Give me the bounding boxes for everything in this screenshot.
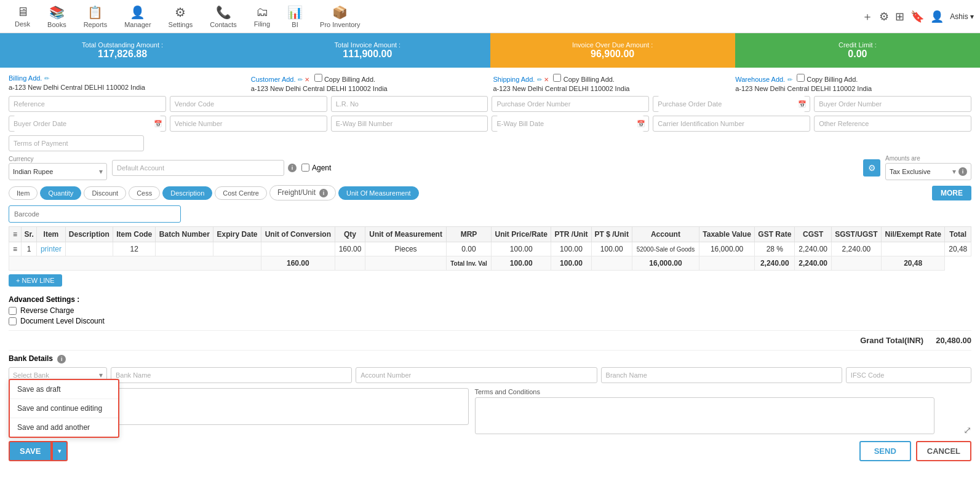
nav-bi[interactable]: 📊 BI <box>279 1 311 32</box>
cancel-button[interactable]: CANCEL <box>916 441 971 461</box>
billing-edit-icon[interactable]: ✏ <box>44 75 49 82</box>
customer-copy-check[interactable] <box>314 74 322 82</box>
warehouse-add-link[interactable]: Warehouse Add. <box>735 76 785 83</box>
send-button[interactable]: SEND <box>859 441 911 461</box>
reverse-charge-checkbox[interactable] <box>9 307 17 315</box>
branch-name-input[interactable] <box>601 367 842 383</box>
row-nil-exempt <box>881 242 945 256</box>
vendor-code-input[interactable] <box>170 96 327 112</box>
other-reference-input[interactable] <box>814 116 971 132</box>
customer-edit-icon[interactable]: ✏ <box>298 76 303 83</box>
row-qty[interactable]: 160.00 <box>335 242 365 256</box>
advanced-title: Advanced Settings : <box>9 295 971 304</box>
warehouse-edit-icon[interactable]: ✏ <box>787 76 792 83</box>
warehouse-copy-check[interactable] <box>797 74 805 82</box>
shipping-add-link[interactable]: Shipping Add. <box>493 76 535 83</box>
amounts-info-icon[interactable]: i <box>958 167 967 176</box>
save-another-item[interactable]: Save and add another <box>10 418 118 437</box>
agent-checkbox[interactable] <box>301 164 309 172</box>
row-account[interactable]: 52000-Sale of Goods <box>632 242 699 256</box>
shipping-copy-check[interactable] <box>553 74 561 82</box>
buyer-order-date-input[interactable] <box>14 116 161 132</box>
grid-icon[interactable]: ⊞ <box>895 10 904 23</box>
nav-right: ＋ ⚙ ⊞ 🔖 👤 Ashis ▾ <box>862 9 974 24</box>
col-item: Item <box>37 227 65 242</box>
amounts-are-label: Amounts are <box>885 155 971 162</box>
bank-name-input[interactable] <box>111 367 352 383</box>
nav-settings[interactable]: ⚙ Settings <box>160 1 202 32</box>
gear-icon[interactable]: ⚙ <box>879 10 889 23</box>
purchase-order-number-input[interactable] <box>492 96 649 112</box>
tab-cost-centre[interactable]: Cost Centre <box>215 186 267 200</box>
nav-filing[interactable]: 🗂 Filing <box>245 1 279 31</box>
tab-quantity[interactable]: Quantity <box>40 186 81 200</box>
books-icon: 📚 <box>49 5 65 20</box>
gear-float-btn[interactable]: ⚙ <box>863 159 880 177</box>
freight-info-icon[interactable]: i <box>319 189 328 197</box>
customer-add-link[interactable]: Customer Add. <box>251 76 296 83</box>
save-continue-item[interactable]: Save and continue editing <box>10 399 118 418</box>
user-circle-icon[interactable]: 👤 <box>930 10 944 23</box>
advanced-settings: Advanced Settings : Reverse Charge Docum… <box>9 295 971 325</box>
currency-label: Currency <box>9 156 107 162</box>
agent-check-row: Agent <box>301 164 331 172</box>
shipping-edit-icon[interactable]: ✏ <box>537 76 542 83</box>
address-row: Billing Add. ✏ a-123 New Delhi Central D… <box>9 74 971 92</box>
vehicle-number-input[interactable] <box>170 116 327 132</box>
expand-icon[interactable]: ⤢ <box>963 424 971 436</box>
user-label[interactable]: Ashis ▾ <box>950 12 974 21</box>
tab-discount[interactable]: Discount <box>84 186 126 200</box>
default-account-info-icon[interactable]: i <box>288 164 297 172</box>
bookmark-icon[interactable]: 🔖 <box>910 10 924 23</box>
nav-contacts[interactable]: 📞 Contacts <box>201 1 245 32</box>
eway-bill-number-input[interactable] <box>331 116 488 132</box>
amounts-col: Amounts are Tax Exclusive ▾ i <box>885 155 971 180</box>
billing-add-link[interactable]: Billing Add. <box>9 74 42 82</box>
bank-details-info-icon[interactable]: i <box>57 355 66 363</box>
amounts-chevron-icon[interactable]: ▾ <box>952 167 956 176</box>
nav-desk[interactable]: 🖥 Desk <box>6 1 39 31</box>
summary-row: Total Outstanding Amount : 117,826.88 To… <box>0 33 980 68</box>
terms-of-payment-input[interactable] <box>9 135 144 151</box>
doc-level-discount-checkbox[interactable] <box>9 317 17 325</box>
carrier-id-input[interactable] <box>653 116 810 132</box>
tab-cess[interactable]: Cess <box>129 186 160 200</box>
nav-manager[interactable]: 👤 Manager <box>116 1 159 32</box>
save-as-draft-item[interactable]: Save as draft <box>10 380 118 399</box>
more-button[interactable]: MORE <box>932 186 971 200</box>
add-icon[interactable]: ＋ <box>862 9 873 24</box>
nav-books[interactable]: 📚 Books <box>39 1 75 32</box>
col-gst-rate: GST Rate <box>755 227 795 242</box>
terms-col: Terms and Conditions <box>475 388 935 436</box>
total-inv-val-label: Total Inv. Val <box>447 256 492 271</box>
default-account-input[interactable] <box>112 160 284 176</box>
row-description[interactable] <box>65 242 113 256</box>
currency-wrap: Currency Indian Rupee ▾ <box>9 156 107 180</box>
bi-icon: 📊 <box>287 5 303 20</box>
ifsc-input[interactable] <box>846 367 971 383</box>
new-line-button[interactable]: + NEW LINE <box>9 274 62 287</box>
barcode-input[interactable] <box>9 205 181 223</box>
buyer-order-number-input[interactable] <box>814 96 971 112</box>
terms-textarea[interactable] <box>475 397 935 434</box>
row-unit-price[interactable]: 100.00 <box>492 242 551 256</box>
select-bank-chevron[interactable]: ▾ <box>99 371 103 379</box>
tab-description[interactable]: Description <box>162 186 212 200</box>
tab-unit-of-measurement[interactable]: Unit Of Measurement <box>338 186 419 200</box>
tab-item[interactable]: Item <box>9 186 38 200</box>
account-number-input[interactable] <box>356 367 597 383</box>
purchase-order-date-input[interactable] <box>658 96 805 112</box>
tab-freight-unit[interactable]: Freight/Unit i <box>269 185 336 200</box>
total-taxable: 16,000.00 <box>632 256 699 271</box>
lr-no-input[interactable] <box>331 96 488 112</box>
save-button[interactable]: SAVE <box>9 441 52 461</box>
save-arrow-button[interactable]: ▾ <box>52 441 68 461</box>
nav-reports[interactable]: 📋 Reports <box>75 1 116 32</box>
row-item[interactable]: printer <box>37 242 65 256</box>
nav-pro-inventory[interactable]: 📦 Pro Inventory <box>311 1 368 32</box>
shipping-del-icon[interactable]: ✕ <box>544 76 549 83</box>
currency-chevron-icon[interactable]: ▾ <box>99 167 103 176</box>
reference-input[interactable] <box>9 96 166 112</box>
eway-bill-date-input[interactable] <box>496 116 644 132</box>
customer-del-icon[interactable]: ✕ <box>305 76 309 83</box>
